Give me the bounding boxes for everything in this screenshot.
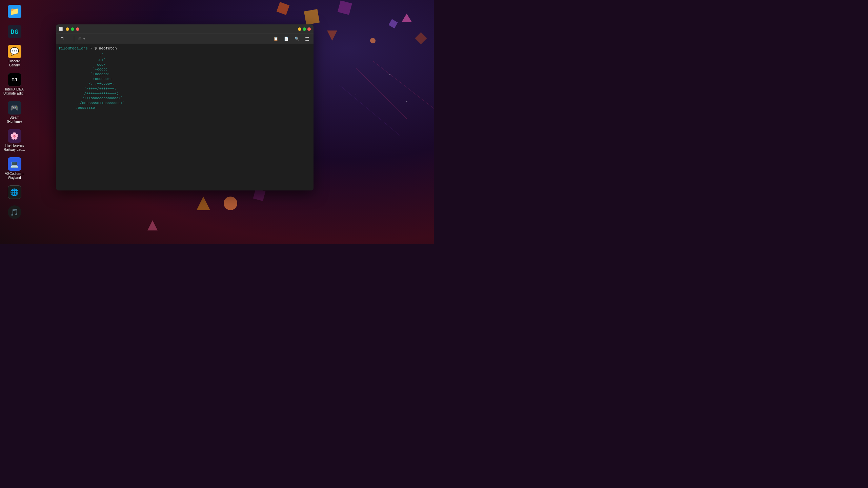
dev-icon: 📁 xyxy=(8,5,21,18)
close-button[interactable] xyxy=(76,27,79,31)
toolbar-right: 📋 📄 🔍 ☰ xyxy=(271,36,311,42)
steam-icon: 🎮 xyxy=(8,101,21,115)
desktop-icon-datagrip[interactable]: DG xyxy=(2,23,27,41)
svg-marker-10 xyxy=(197,197,210,210)
maximize-button[interactable] xyxy=(71,27,74,31)
desktop-icon-honkers[interactable]: 🌸 The HonkersRailway Lau... xyxy=(2,128,27,153)
intellij-icon: IJ xyxy=(8,73,21,86)
new-tab-button[interactable] xyxy=(68,38,72,40)
svg-point-11 xyxy=(224,197,237,210)
menu-button[interactable]: ☰ xyxy=(303,36,311,42)
discord-canary-label: DiscordCanary xyxy=(9,59,20,67)
vscodium-icon: 💻 xyxy=(8,157,21,171)
honkers-label: The HonkersRailway Lau... xyxy=(4,144,25,152)
intellij-label: IntelliJ IDEAUltimate Edit... xyxy=(3,87,25,96)
split-view-button[interactable]: ⊞ ▾ xyxy=(76,36,87,42)
svg-point-19 xyxy=(356,95,356,95)
media-icon: 🎵 xyxy=(8,205,21,219)
svg-rect-9 xyxy=(415,32,427,44)
svg-rect-7 xyxy=(388,19,398,28)
traffic-light-red[interactable] xyxy=(307,27,311,31)
konsole-window: ⬜ 🗒 ⊞ ▾ xyxy=(56,24,314,190)
konsole-toolbar: 🗒 ⊞ ▾ 📋 📄 🔍 xyxy=(56,34,314,44)
svg-rect-2 xyxy=(338,0,352,15)
svg-marker-8 xyxy=(402,14,412,22)
svg-rect-0 xyxy=(277,2,289,15)
steam-label: Steam(Runtime) xyxy=(7,116,22,124)
desktop-icon-intellij[interactable]: IJ IntelliJ IDEAUltimate Edit... xyxy=(2,72,27,97)
minimize-button[interactable] xyxy=(66,27,69,31)
desktop-icon-discord-canary[interactable]: 💬 DiscordCanary xyxy=(2,43,27,69)
desktop-icons-list: 📁 DG 💬 DiscordCanary IJ IntelliJ IDEAUlt… xyxy=(2,3,27,221)
svg-line-15 xyxy=(373,61,434,108)
vscodium-label: VSCodium –Wayland xyxy=(5,172,24,180)
svg-point-20 xyxy=(389,74,390,75)
datagrip-icon: DG xyxy=(8,25,21,38)
paste-button[interactable]: 📄 xyxy=(282,36,292,42)
svg-line-14 xyxy=(356,68,407,119)
prompt-user: filo@focalors xyxy=(59,46,88,50)
zen-icon: 🌐 xyxy=(8,185,21,199)
command-text: neofetch xyxy=(99,46,117,50)
desktop-icon-vscodium[interactable]: 💻 VSCodium –Wayland xyxy=(2,156,27,181)
svg-point-21 xyxy=(406,101,407,102)
tab-icon: 🗒 xyxy=(58,36,66,42)
desktop-icon-steam[interactable]: 🎮 Steam(Runtime) xyxy=(2,100,27,125)
toolbar-sep-1 xyxy=(74,36,74,42)
neofetch-output: -` .o+` `ooo/ `+oooo: `+oooooo: -+oooooo… xyxy=(59,53,311,110)
prompt-sym: ~ $ xyxy=(88,46,99,50)
find-button[interactable]: 🔍 xyxy=(292,36,302,42)
terminal-content[interactable]: filo@focalors ~ $ neofetch -` .o+` `ooo/… xyxy=(56,44,314,190)
svg-point-6 xyxy=(370,38,376,43)
copy-button[interactable]: 📋 xyxy=(271,36,281,42)
traffic-light-yellow[interactable] xyxy=(298,27,301,31)
konsole-titlebar: ⬜ xyxy=(56,24,314,34)
command-line: filo@focalors ~ $ neofetch xyxy=(59,46,311,51)
desktop-icon-dev[interactable]: 📁 xyxy=(2,3,27,21)
desktop-icon-media[interactable]: 🎵 xyxy=(2,204,27,221)
svg-line-16 xyxy=(339,85,400,136)
neofetch-ascii-art: -` .o+` `ooo/ `+oooo: `+oooooo: -+oooooo… xyxy=(59,53,125,110)
svg-rect-1 xyxy=(304,9,320,25)
honkers-icon: 🌸 xyxy=(8,129,21,143)
svg-rect-12 xyxy=(253,189,266,201)
svg-marker-4 xyxy=(327,30,337,41)
traffic-light-green[interactable] xyxy=(303,27,306,31)
desktop: 📁 DG 💬 DiscordCanary IJ IntelliJ IDEAUlt… xyxy=(0,0,434,244)
svg-marker-13 xyxy=(147,220,158,230)
desktop-icon-zen[interactable]: 🌐 xyxy=(2,184,27,201)
discord-canary-icon: 💬 xyxy=(8,45,21,58)
